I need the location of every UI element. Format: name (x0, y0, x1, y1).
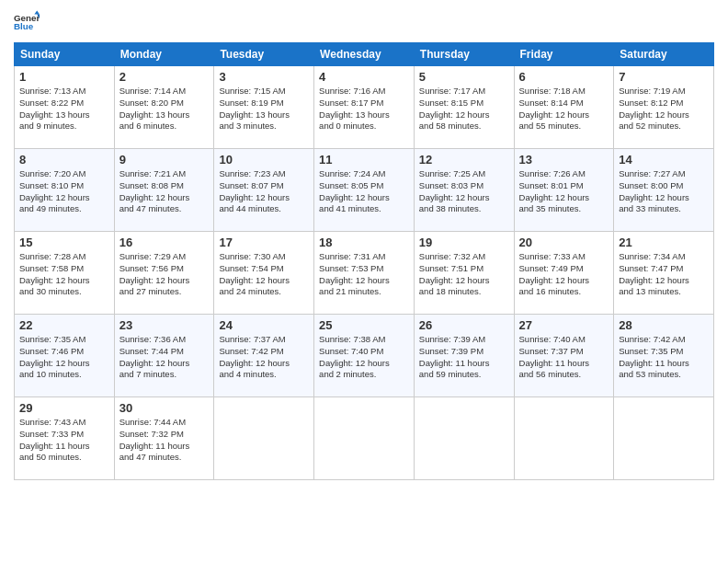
day-info: Sunrise: 7:20 AMSunset: 8:10 PMDaylight:… (19, 168, 109, 215)
calendar-table: SundayMondayTuesdayWednesdayThursdayFrid… (14, 42, 714, 480)
col-header-saturday: Saturday (614, 43, 714, 66)
day-cell: 22Sunrise: 7:35 AMSunset: 7:46 PMDayligh… (15, 315, 115, 397)
svg-text:Blue: Blue (14, 21, 34, 31)
day-info: Sunrise: 7:17 AMSunset: 8:15 PMDaylight:… (419, 86, 509, 132)
day-number: 8 (19, 153, 109, 167)
day-info: Sunrise: 7:15 AMSunset: 8:19 PMDaylight:… (219, 86, 309, 132)
day-info: Sunrise: 7:25 AMSunset: 8:03 PMDaylight:… (419, 168, 509, 215)
day-number: 23 (119, 318, 210, 332)
day-info: Sunrise: 7:42 AMSunset: 7:35 PMDaylight:… (619, 334, 709, 381)
col-header-thursday: Thursday (414, 43, 514, 66)
day-number: 7 (619, 70, 709, 84)
calendar-body: 1Sunrise: 7:13 AMSunset: 8:22 PMDaylight… (15, 66, 714, 480)
col-header-sunday: Sunday (15, 43, 115, 66)
day-cell: 12Sunrise: 7:25 AMSunset: 8:03 PMDayligh… (414, 149, 514, 232)
day-cell: 28Sunrise: 7:42 AMSunset: 7:35 PMDayligh… (614, 315, 714, 397)
day-number: 27 (519, 318, 609, 332)
day-info: Sunrise: 7:30 AMSunset: 7:54 PMDaylight:… (219, 251, 309, 298)
day-cell: 15Sunrise: 7:28 AMSunset: 7:58 PMDayligh… (15, 232, 115, 315)
day-cell: 7Sunrise: 7:19 AMSunset: 8:12 PMDaylight… (614, 66, 714, 149)
day-cell: 2Sunrise: 7:14 AMSunset: 8:20 PMDaylight… (114, 66, 214, 149)
day-number: 3 (219, 70, 309, 84)
day-number: 18 (319, 236, 409, 249)
day-number: 4 (319, 70, 409, 84)
day-number: 17 (219, 236, 309, 249)
day-info: Sunrise: 7:32 AMSunset: 7:51 PMDaylight:… (419, 251, 509, 298)
day-info: Sunrise: 7:33 AMSunset: 7:49 PMDaylight:… (519, 251, 609, 298)
day-number: 12 (419, 153, 509, 167)
day-cell: 21Sunrise: 7:34 AMSunset: 7:47 PMDayligh… (614, 232, 714, 315)
day-info: Sunrise: 7:44 AMSunset: 7:32 PMDaylight:… (119, 417, 210, 464)
day-number: 22 (19, 318, 109, 332)
day-cell: 27Sunrise: 7:40 AMSunset: 7:37 PMDayligh… (514, 315, 614, 397)
day-cell: 5Sunrise: 7:17 AMSunset: 8:15 PMDaylight… (414, 66, 514, 149)
day-number: 11 (319, 153, 409, 167)
day-cell: 4Sunrise: 7:16 AMSunset: 8:17 PMDaylight… (314, 66, 415, 149)
day-cell: 18Sunrise: 7:31 AMSunset: 7:53 PMDayligh… (314, 232, 415, 315)
day-number: 10 (219, 153, 309, 167)
day-cell: 11Sunrise: 7:24 AMSunset: 8:05 PMDayligh… (314, 149, 415, 232)
day-info: Sunrise: 7:24 AMSunset: 8:05 PMDaylight:… (319, 168, 409, 215)
day-number: 24 (219, 318, 309, 332)
day-number: 1 (19, 70, 109, 84)
day-info: Sunrise: 7:40 AMSunset: 7:37 PMDaylight:… (519, 334, 609, 381)
day-info: Sunrise: 7:18 AMSunset: 8:14 PMDaylight:… (519, 86, 609, 132)
day-info: Sunrise: 7:16 AMSunset: 8:17 PMDaylight:… (319, 86, 409, 132)
day-cell: 10Sunrise: 7:23 AMSunset: 8:07 PMDayligh… (214, 149, 314, 232)
day-number: 19 (419, 236, 509, 249)
day-info: Sunrise: 7:29 AMSunset: 7:56 PMDaylight:… (119, 251, 210, 298)
day-cell: 30Sunrise: 7:44 AMSunset: 7:32 PMDayligh… (114, 397, 214, 480)
day-cell: 17Sunrise: 7:30 AMSunset: 7:54 PMDayligh… (214, 232, 314, 315)
day-cell: 25Sunrise: 7:38 AMSunset: 7:40 PMDayligh… (314, 315, 415, 397)
col-header-monday: Monday (114, 43, 214, 66)
day-info: Sunrise: 7:43 AMSunset: 7:33 PMDaylight:… (19, 417, 109, 464)
week-row-5: 29Sunrise: 7:43 AMSunset: 7:33 PMDayligh… (15, 397, 714, 480)
col-header-tuesday: Tuesday (214, 43, 314, 66)
day-cell: 20Sunrise: 7:33 AMSunset: 7:49 PMDayligh… (514, 232, 614, 315)
day-number: 5 (419, 70, 509, 84)
day-cell: 3Sunrise: 7:15 AMSunset: 8:19 PMDaylight… (214, 66, 314, 149)
day-info: Sunrise: 7:37 AMSunset: 7:42 PMDaylight:… (219, 334, 309, 381)
day-info: Sunrise: 7:13 AMSunset: 8:22 PMDaylight:… (19, 86, 109, 132)
day-cell: 19Sunrise: 7:32 AMSunset: 7:51 PMDayligh… (414, 232, 514, 315)
day-cell: 8Sunrise: 7:20 AMSunset: 8:10 PMDaylight… (15, 149, 115, 232)
week-row-1: 1Sunrise: 7:13 AMSunset: 8:22 PMDaylight… (15, 66, 714, 149)
day-info: Sunrise: 7:21 AMSunset: 8:08 PMDaylight:… (119, 168, 210, 215)
day-info: Sunrise: 7:39 AMSunset: 7:39 PMDaylight:… (419, 334, 509, 381)
day-number: 20 (519, 236, 609, 249)
day-info: Sunrise: 7:36 AMSunset: 7:44 PMDaylight:… (119, 334, 210, 381)
day-number: 21 (619, 236, 709, 249)
day-cell (614, 397, 714, 480)
day-cell: 26Sunrise: 7:39 AMSunset: 7:39 PMDayligh… (414, 315, 514, 397)
day-cell (514, 397, 614, 480)
col-header-friday: Friday (514, 43, 614, 66)
day-info: Sunrise: 7:19 AMSunset: 8:12 PMDaylight:… (619, 86, 709, 132)
day-number: 28 (619, 318, 709, 332)
day-number: 25 (319, 318, 409, 332)
day-cell: 9Sunrise: 7:21 AMSunset: 8:08 PMDaylight… (114, 149, 214, 232)
day-info: Sunrise: 7:14 AMSunset: 8:20 PMDaylight:… (119, 86, 210, 132)
day-info: Sunrise: 7:34 AMSunset: 7:47 PMDaylight:… (619, 251, 709, 298)
day-cell: 1Sunrise: 7:13 AMSunset: 8:22 PMDaylight… (15, 66, 115, 149)
day-info: Sunrise: 7:28 AMSunset: 7:58 PMDaylight:… (19, 251, 109, 298)
day-number: 6 (519, 70, 609, 84)
page-header: General Blue (14, 9, 714, 35)
day-cell (414, 397, 514, 480)
day-number: 26 (419, 318, 509, 332)
day-number: 14 (619, 153, 709, 167)
day-info: Sunrise: 7:23 AMSunset: 8:07 PMDaylight:… (219, 168, 309, 215)
day-number: 30 (119, 401, 210, 415)
calendar-header-row: SundayMondayTuesdayWednesdayThursdayFrid… (15, 43, 714, 66)
day-number: 16 (119, 236, 210, 249)
day-number: 29 (19, 401, 109, 415)
day-cell: 24Sunrise: 7:37 AMSunset: 7:42 PMDayligh… (214, 315, 314, 397)
day-number: 13 (519, 153, 609, 167)
day-cell: 16Sunrise: 7:29 AMSunset: 7:56 PMDayligh… (114, 232, 214, 315)
col-header-wednesday: Wednesday (314, 43, 415, 66)
logo: General Blue (14, 9, 40, 35)
day-cell: 29Sunrise: 7:43 AMSunset: 7:33 PMDayligh… (15, 397, 115, 480)
day-info: Sunrise: 7:26 AMSunset: 8:01 PMDaylight:… (519, 168, 609, 215)
day-cell: 13Sunrise: 7:26 AMSunset: 8:01 PMDayligh… (514, 149, 614, 232)
day-info: Sunrise: 7:38 AMSunset: 7:40 PMDaylight:… (319, 334, 409, 381)
day-info: Sunrise: 7:27 AMSunset: 8:00 PMDaylight:… (619, 168, 709, 215)
